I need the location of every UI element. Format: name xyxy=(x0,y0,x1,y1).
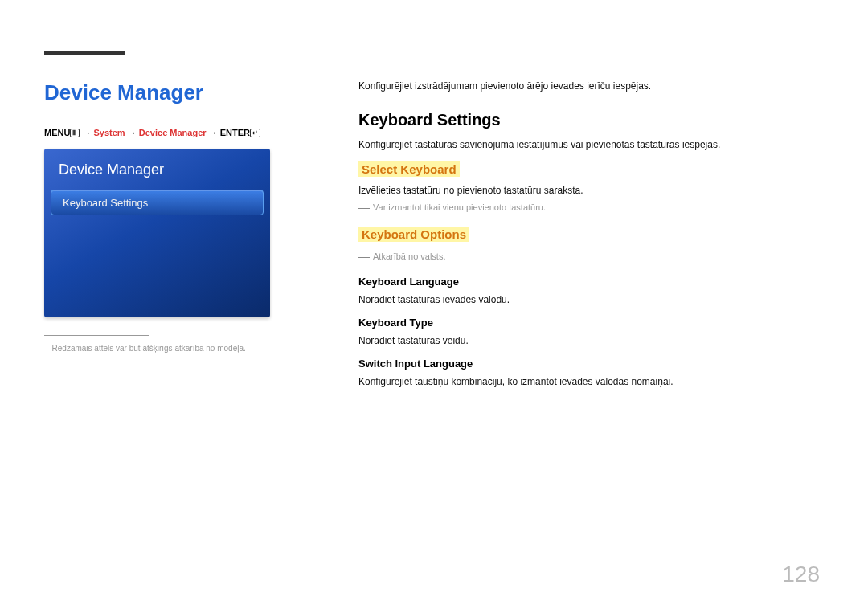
osd-menu-item-keyboard-settings: Keyboard Settings xyxy=(51,190,264,215)
intro-text: Konfigurējiet izstrādājumam pievienoto ā… xyxy=(358,80,820,92)
osd-screenshot: Device Manager Keyboard Settings xyxy=(44,149,270,317)
breadcrumb-devicemgr: Device Manager xyxy=(139,128,207,137)
keyboard-options-heading: Keyboard Options xyxy=(358,227,469,242)
menu-icon: Ⅲ xyxy=(70,129,80,137)
top-horizontal-rule xyxy=(145,55,820,55)
top-section-mark xyxy=(44,51,125,55)
select-keyboard-note-text: Var izmantot tikai vienu pievienoto tast… xyxy=(373,202,546,212)
breadcrumb-arrow: → xyxy=(128,128,139,137)
keyboard-language-body: Norādiet tastatūras ievades valodu. xyxy=(358,294,820,305)
left-column: Device Manager MENUⅢ → System → Device M… xyxy=(44,80,293,353)
menu-breadcrumb: MENUⅢ → System → Device Manager → ENTER↵ xyxy=(44,128,293,137)
switch-input-language-body: Konfigurējiet taustiņu kombināciju, ko i… xyxy=(358,376,820,387)
keyboard-options-note: ―Atkarībā no valsts. xyxy=(358,250,820,263)
keyboard-type-body: Norādiet tastatūras veidu. xyxy=(358,335,820,346)
section-heading: Device Manager xyxy=(44,80,293,105)
select-keyboard-note: ―Var izmantot tikai vienu pievienoto tas… xyxy=(358,201,820,214)
dash-icon: – xyxy=(44,344,49,353)
breadcrumb-enter-label: ENTER xyxy=(220,128,250,137)
keyboard-options-note-text: Atkarībā no valsts. xyxy=(373,251,446,261)
right-column: Konfigurējiet izstrādājumam pievienoto ā… xyxy=(358,80,820,398)
enter-icon: ↵ xyxy=(250,129,260,137)
footnote-rule xyxy=(44,335,149,336)
dash-icon: ― xyxy=(358,201,370,214)
page-number: 128 xyxy=(782,562,820,587)
breadcrumb-arrow: → xyxy=(82,128,93,137)
select-keyboard-body: Izvēlieties tastatūru no pievienoto tast… xyxy=(358,185,820,196)
osd-panel-title: Device Manager xyxy=(44,158,270,190)
footnote-body: Redzamais attēls var būt atšķirīgs atkar… xyxy=(52,344,246,353)
footnote-text: –Redzamais attēls var būt atšķirīgs atka… xyxy=(44,344,293,353)
manual-page: Device Manager MENUⅢ → System → Device M… xyxy=(0,0,868,613)
breadcrumb-arrow: → xyxy=(209,128,220,137)
breadcrumb-system: System xyxy=(94,128,125,137)
breadcrumb-menu-label: MENU xyxy=(44,128,70,137)
dash-icon: ― xyxy=(358,250,370,263)
switch-input-language-heading: Switch Input Language xyxy=(358,358,820,370)
keyboard-type-heading: Keyboard Type xyxy=(358,317,820,329)
select-keyboard-heading: Select Keyboard xyxy=(358,161,460,177)
keyboard-settings-body: Konfigurējiet tastatūras savienojuma ies… xyxy=(358,139,820,150)
keyboard-language-heading: Keyboard Language xyxy=(358,276,820,288)
keyboard-settings-heading: Keyboard Settings xyxy=(358,111,820,129)
